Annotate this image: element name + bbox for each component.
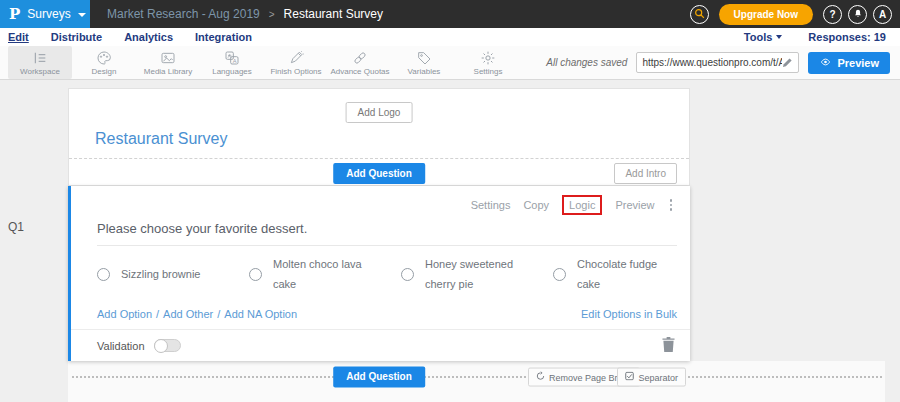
chevron-down-icon <box>78 13 86 17</box>
question-action-menu: Settings Copy Logic Preview <box>471 195 674 215</box>
product-name: Surveys <box>27 7 70 21</box>
edit-pencil-icon[interactable] <box>782 54 793 72</box>
breadcrumb-folder[interactable]: Market Research - Aug 2019 <box>107 7 260 21</box>
breadcrumb: Market Research - Aug 2019 > Restaurant … <box>107 7 383 21</box>
help-button[interactable]: ? <box>823 5 842 24</box>
gear-icon <box>480 50 496 66</box>
app-window: P Surveys Market Research - Aug 2019 > R… <box>0 0 900 402</box>
validation-toggle[interactable] <box>154 339 181 352</box>
validation-label: Validation <box>97 340 145 352</box>
add-logo-button[interactable]: Add Logo <box>346 102 413 123</box>
toggle-knob <box>154 339 168 353</box>
separator-label: Separator <box>638 372 678 382</box>
responses-count[interactable]: Responses: 19 <box>808 31 886 43</box>
toolbar-label: Languages <box>212 67 252 76</box>
chevron-down-icon <box>776 35 782 39</box>
toolbar-item-languages[interactable]: A Languages <box>200 46 264 79</box>
toolbar-right: All changes saved Preview <box>546 46 900 79</box>
survey-header-card: Add Logo Restaurant Survey Add Question … <box>68 88 690 186</box>
svg-text:A: A <box>233 58 237 64</box>
topbar-actions: Upgrade Now ? A <box>690 4 900 25</box>
toolbar-item-design[interactable]: Design <box>72 46 136 79</box>
palette-icon <box>96 50 112 66</box>
workspace-icon <box>32 50 48 66</box>
answer-option-label: Molten choco lava cake <box>273 255 373 295</box>
nav-tab-analytics[interactable]: Analytics <box>124 31 173 43</box>
search-button[interactable] <box>690 5 709 24</box>
editor-canvas: Q1 Add Logo Restaurant Survey Add Questi… <box>0 80 900 402</box>
surveys-menu[interactable]: P Surveys <box>0 0 90 28</box>
radio-icon[interactable] <box>249 268 262 281</box>
toolbar-label: Workspace <box>20 67 60 76</box>
nav-tab-edit[interactable]: Edit <box>8 31 29 43</box>
toolbar-item-finish-options[interactable]: Finish Options <box>264 46 328 79</box>
search-icon <box>694 8 705 21</box>
survey-header-actions: Add Question Add Intro <box>69 158 689 185</box>
answer-option[interactable]: Honey sweetened cherry pie <box>401 255 553 295</box>
add-intro-button[interactable]: Add Intro <box>614 163 677 184</box>
separator-toggle-button[interactable]: Separator <box>617 368 686 387</box>
answer-option[interactable]: Chocolate fudge cake <box>553 255 705 295</box>
nav-tab-distribute[interactable]: Distribute <box>51 31 102 43</box>
answer-option-label: Sizzling brownie <box>121 265 200 285</box>
survey-title[interactable]: Restaurant Survey <box>95 130 228 148</box>
radio-icon[interactable] <box>553 268 566 281</box>
page-area-background <box>68 361 885 402</box>
nav-right: Tools Responses: 19 <box>744 31 900 43</box>
tools-label: Tools <box>744 31 773 43</box>
question-copy-link[interactable]: Copy <box>523 199 549 211</box>
survey-url-box <box>636 52 799 73</box>
save-status: All changes saved <box>546 57 627 68</box>
answer-option-label: Chocolate fudge cake <box>577 255 677 295</box>
toolbar-item-settings[interactable]: Settings <box>456 46 520 79</box>
answer-options: Sizzling brownie Molten choco lava cake … <box>97 255 705 295</box>
question-number: Q1 <box>8 220 24 234</box>
checkbox-checked-icon <box>625 372 634 383</box>
question-logic-link-highlighted[interactable]: Logic <box>562 195 602 215</box>
bell-icon <box>853 8 863 21</box>
add-question-button-top[interactable]: Add Question <box>333 163 425 184</box>
survey-url-input[interactable] <box>642 57 782 68</box>
add-other-link[interactable]: Add Other <box>163 308 213 320</box>
toolbar-label: Variables <box>408 67 441 76</box>
add-na-option-link[interactable]: Add NA Option <box>224 308 297 320</box>
toolbar-item-media-library[interactable]: Media Library <box>136 46 200 79</box>
more-options-icon[interactable] <box>668 197 675 213</box>
preview-button[interactable]: Preview <box>808 52 890 74</box>
tools-menu[interactable]: Tools <box>744 31 783 43</box>
question-preview-link[interactable]: Preview <box>615 199 654 211</box>
notifications-button[interactable] <box>848 5 867 24</box>
answer-option[interactable]: Molten choco lava cake <box>249 255 401 295</box>
answer-option-label: Honey sweetened cherry pie <box>425 255 525 295</box>
edit-toolbar: Workspace Design Media Library A Languag… <box>0 46 900 80</box>
answer-option[interactable]: Sizzling brownie <box>97 255 249 295</box>
preview-label: Preview <box>837 57 879 69</box>
option-links-left: Add Option/Add Other/Add NA Option <box>97 308 297 320</box>
add-question-button-bottom[interactable]: Add Question <box>333 366 425 387</box>
delete-question-button[interactable] <box>662 337 675 355</box>
radio-icon[interactable] <box>97 268 110 281</box>
toolbar-item-variables[interactable]: Variables <box>392 46 456 79</box>
question-settings-link[interactable]: Settings <box>471 199 511 211</box>
breadcrumb-current: Restaurant Survey <box>284 7 383 21</box>
radio-icon[interactable] <box>401 268 414 281</box>
toolbar-label: Media Library <box>144 67 192 76</box>
question-text[interactable]: Please choose your favorite dessert. <box>97 221 677 246</box>
question-card: Settings Copy Logic Preview Please choos… <box>68 186 690 361</box>
edit-options-in-bulk-link[interactable]: Edit Options in Bulk <box>581 308 677 320</box>
upgrade-now-button[interactable]: Upgrade Now <box>719 4 813 25</box>
add-option-link[interactable]: Add Option <box>97 308 152 320</box>
toolbar-item-advance-quotas[interactable]: Advance Quotas <box>328 46 392 79</box>
option-links-row: Add Option/Add Other/Add NA Option Edit … <box>97 308 677 320</box>
page-break-loop-icon <box>536 372 545 383</box>
question-footer: Validation <box>71 329 690 361</box>
nav-tab-integration[interactable]: Integration <box>195 31 252 43</box>
eye-icon <box>819 57 832 69</box>
questionpro-logo-icon: P <box>9 5 20 23</box>
avatar[interactable]: A <box>873 5 892 24</box>
toolbar-label: Design <box>92 67 117 76</box>
page-break-row: Add Question Remove Page Break Separator <box>72 376 882 378</box>
toolbar-item-workspace[interactable]: Workspace <box>8 46 72 79</box>
toolbar-label: Advance Quotas <box>330 67 389 76</box>
tag-icon <box>416 50 432 66</box>
